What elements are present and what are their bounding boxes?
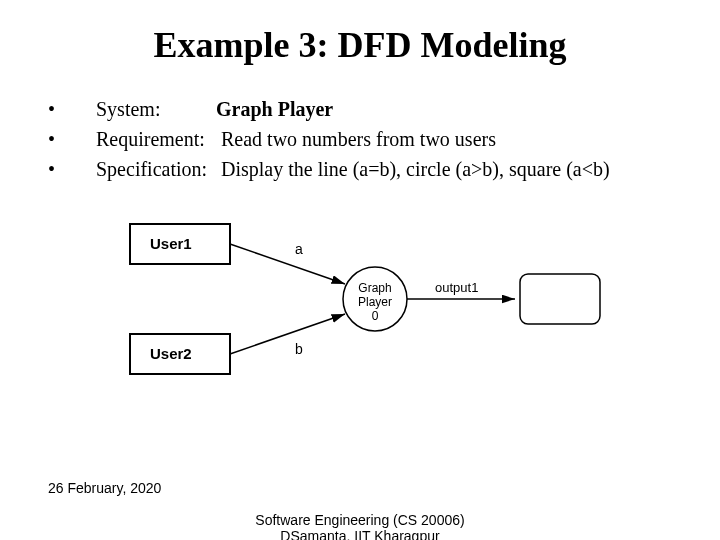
bullet-label: Specification: bbox=[96, 154, 216, 184]
footer-author: DSamanta, IIT Kharagpur bbox=[0, 528, 720, 540]
bullet-item: • System: Graph Player bbox=[48, 94, 720, 124]
entity-label: User2 bbox=[150, 345, 192, 362]
bullet-item: • Requirement: Read two numbers from two… bbox=[48, 124, 720, 154]
entity-label: User1 bbox=[150, 235, 192, 252]
flow-label: b bbox=[295, 341, 303, 357]
dfd-diagram: User1 User2 a b Graph Player 0 output1 bbox=[120, 214, 620, 404]
flow-arrow bbox=[230, 314, 345, 354]
slide-title: Example 3: DFD Modeling bbox=[0, 0, 720, 66]
flow-arrow bbox=[230, 244, 345, 284]
bullet-dot: • bbox=[48, 154, 96, 184]
sink-box bbox=[520, 274, 600, 324]
bullet-label: Requirement: bbox=[96, 124, 216, 154]
process-label-line2: Player bbox=[358, 295, 392, 309]
bullet-dot: • bbox=[48, 94, 96, 124]
footer-course: Software Engineering (CS 20006) bbox=[0, 512, 720, 528]
flow-label: output1 bbox=[435, 280, 478, 295]
bullet-item: • Specification: Display the line (a=b),… bbox=[48, 154, 720, 184]
bullet-list: • System: Graph Player • Requirement: Re… bbox=[48, 94, 720, 184]
process-label-line1: Graph bbox=[358, 281, 391, 295]
bullet-value: Read two numbers from two users bbox=[221, 128, 496, 150]
footer-date: 26 February, 2020 bbox=[48, 480, 161, 496]
bullet-value: Graph Player bbox=[216, 94, 720, 124]
bullet-label: System: bbox=[96, 94, 216, 124]
process-id: 0 bbox=[372, 309, 379, 323]
bullet-value: Display the line (a=b), circle (a>b), sq… bbox=[221, 158, 610, 180]
flow-label: a bbox=[295, 241, 303, 257]
bullet-dot: • bbox=[48, 124, 96, 154]
